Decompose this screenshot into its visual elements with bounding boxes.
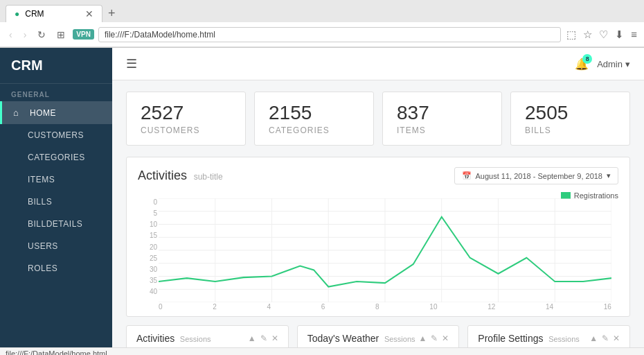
widget-weather-subtitle: Sessions (384, 335, 415, 343)
sidebar-label-users: USERS (28, 241, 58, 251)
stat-number-categories: 2155 (269, 102, 359, 124)
widget-profile-header: Profile Settings Sessions ▲ ✎ ✕ (478, 333, 620, 344)
extensions-button[interactable]: ⊞ (53, 28, 69, 42)
widget-profile-subtitle: Sessions (548, 335, 580, 343)
date-picker-button[interactable]: 📅 August 11, 2018 - September 9, 2018 ▾ (454, 167, 618, 184)
date-range-label: August 11, 2018 - September 9, 2018 (476, 172, 602, 180)
app-container: CRM GENERAL ⌂ Home CUSTOMERS CATEGORIES … (0, 48, 644, 347)
sidebar-label-bills: BILLS (28, 197, 52, 207)
widget-activities-title: Activities (136, 333, 175, 344)
stat-number-customers: 2527 (141, 102, 231, 124)
main-content: ☰ 🔔 8 Admin ▾ 2527 CUSTOMERS 2155 CATEGO (112, 48, 644, 347)
reload-button[interactable]: ↻ (34, 28, 49, 42)
sidebar-logo: CRM (0, 48, 112, 84)
widget-weather: Today's Weather Sessions ▲ ✎ ✕ Monday, 0… (297, 325, 460, 347)
admin-label: Admin (597, 59, 623, 69)
widget-weather-controls: ▲ ✎ ✕ (418, 334, 449, 343)
stat-label-bills: BILLS (525, 125, 616, 135)
admin-button[interactable]: Admin ▾ (597, 59, 630, 69)
hamburger-button[interactable]: ☰ (126, 56, 137, 71)
menu-icon[interactable]: ≡ (629, 27, 638, 42)
chevron-up-icon[interactable]: ▲ (248, 334, 256, 343)
close-icon[interactable]: ✕ (271, 334, 278, 343)
tab-title: CRM (25, 9, 80, 19)
sidebar-item-bills[interactable]: BILLS (0, 191, 112, 213)
tab-close-button[interactable]: ✕ (85, 8, 93, 19)
bookmark-icon[interactable]: ☆ (582, 27, 593, 42)
forward-button[interactable]: › (20, 28, 30, 42)
stats-row: 2527 CUSTOMERS 2155 CATEGORIES 837 ITEMS… (112, 80, 644, 157)
close-icon[interactable]: ✕ (613, 334, 620, 343)
widget-profile: Profile Settings Sessions ▲ ✎ ✕ (467, 325, 630, 347)
dropdown-arrow-icon: ▾ (607, 171, 611, 180)
widget-profile-controls: ▲ ✎ ✕ (589, 334, 620, 343)
y-axis: 40 35 30 25 20 15 10 5 0 (138, 198, 157, 295)
new-tab-button[interactable]: + (102, 3, 121, 24)
notification-button[interactable]: 🔔 8 (575, 58, 589, 71)
status-url: file:///F:/DataModel/home.html (6, 349, 107, 355)
sidebar-label-customers: CUSTOMERS (28, 130, 84, 140)
download-icon[interactable]: ⬇ (614, 27, 625, 42)
screenshot-icon[interactable]: ⬚ (565, 27, 578, 42)
stat-card-categories: 2155 CATEGORIES (254, 92, 374, 146)
widget-activities: Activities Sessions ▲ ✎ ✕ (126, 325, 289, 347)
tab-bar: ● CRM ✕ + (0, 0, 644, 22)
tab-favicon: ● (15, 9, 19, 19)
stat-card-items: 837 ITEMS (382, 92, 502, 146)
x-axis: 0 2 4 6 8 10 12 14 16 (159, 303, 611, 311)
top-bar-right: 🔔 8 Admin ▾ (575, 58, 630, 71)
widgets-row: Activities Sessions ▲ ✎ ✕ Today's Weathe… (112, 317, 644, 347)
sidebar-section-label: GENERAL (0, 84, 112, 101)
stat-label-categories: CATEGORIES (269, 125, 359, 135)
sidebar-label-billdetails: BILLDETAILS (28, 219, 82, 229)
notification-badge: 8 (582, 54, 592, 64)
back-button[interactable]: ‹ (6, 28, 16, 42)
status-bar: file:///F:/DataModel/home.html (0, 347, 644, 355)
activities-subtitle: sub-title (194, 172, 223, 182)
stat-card-bills: 2505 BILLS (510, 92, 630, 146)
sidebar-label-home: Home (30, 108, 56, 118)
activities-header: Activities sub-title 📅 August 11, 2018 -… (138, 167, 618, 184)
activities-title-group: Activities sub-title (138, 168, 223, 183)
sidebar-item-roles[interactable]: ROLES (0, 257, 112, 279)
line-chart (159, 198, 611, 302)
heart-icon[interactable]: ♡ (598, 27, 609, 42)
widget-weather-title: Today's Weather (307, 333, 379, 344)
widget-activities-header: Activities Sessions ▲ ✎ ✕ (136, 333, 278, 344)
activities-section: Activities sub-title 📅 August 11, 2018 -… (126, 157, 630, 317)
nav-icons: ⬚ ☆ ♡ ⬇ ≡ (565, 27, 638, 42)
vpn-badge: VPN (73, 29, 94, 40)
chevron-up-icon[interactable]: ▲ (418, 334, 427, 343)
address-bar[interactable] (98, 27, 561, 42)
widget-activities-subtitle: Sessions (180, 335, 211, 343)
sidebar-item-customers[interactable]: CUSTOMERS (0, 124, 112, 146)
sidebar-item-billdetails[interactable]: BILLDETAILS (0, 213, 112, 235)
sidebar-label-items: ITEMS (28, 175, 55, 184)
sidebar-label-roles: ROLES (28, 263, 57, 273)
nav-bar: ‹ › ↻ ⊞ VPN ⬚ ☆ ♡ ⬇ ≡ (0, 22, 644, 47)
sidebar-item-categories[interactable]: CATEGORIES (0, 146, 112, 168)
activities-title: Activities (138, 168, 187, 182)
chart-container: Registrations 40 35 30 25 20 15 10 5 0 (138, 191, 618, 316)
calendar-icon: 📅 (462, 171, 472, 180)
stat-number-items: 837 (397, 102, 488, 124)
top-bar: ☰ 🔔 8 Admin ▾ (112, 48, 644, 80)
chevron-up-icon[interactable]: ▲ (589, 334, 598, 343)
active-tab[interactable]: ● CRM ✕ (6, 5, 102, 22)
pin-icon[interactable]: ✎ (602, 334, 609, 343)
sidebar: CRM GENERAL ⌂ Home CUSTOMERS CATEGORIES … (0, 48, 112, 347)
close-icon[interactable]: ✕ (442, 334, 449, 343)
sidebar-item-items[interactable]: ITEMS (0, 168, 112, 191)
sidebar-item-users[interactable]: USERS (0, 235, 112, 257)
sidebar-label-categories: CATEGORIES (28, 153, 85, 162)
home-icon: ⌂ (13, 107, 24, 118)
widget-activities-controls: ▲ ✎ ✕ (248, 334, 278, 343)
stat-label-customers: CUSTOMERS (141, 125, 231, 135)
browser-chrome: ● CRM ✕ + ‹ › ↻ ⊞ VPN ⬚ ☆ ♡ ⬇ ≡ (0, 0, 644, 48)
pin-icon[interactable]: ✎ (260, 334, 267, 343)
widget-weather-header: Today's Weather Sessions ▲ ✎ ✕ (307, 333, 449, 344)
pin-icon[interactable]: ✎ (431, 334, 438, 343)
chevron-down-icon: ▾ (625, 59, 630, 69)
sidebar-item-home[interactable]: ⌂ Home (0, 101, 112, 124)
stat-card-customers: 2527 CUSTOMERS (126, 92, 246, 146)
